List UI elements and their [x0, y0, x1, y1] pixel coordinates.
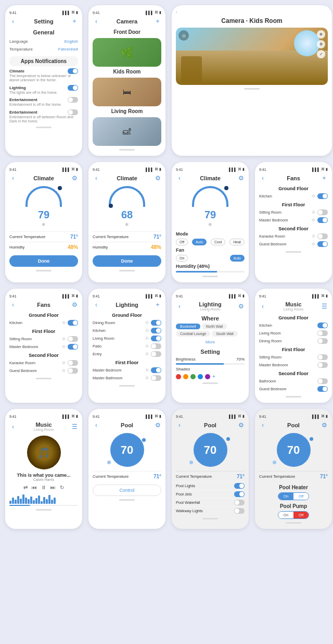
back-icon[interactable]: ‹: [93, 18, 100, 25]
master-toggle[interactable]: [68, 344, 78, 350]
settings-icon[interactable]: ⚙: [237, 422, 245, 429]
settings-icon[interactable]: ⚙: [145, 376, 149, 380]
sitting-toggle[interactable]: [317, 209, 328, 215]
settings-icon[interactable]: ⚙: [312, 242, 315, 246]
repeat-icon[interactable]: ↻: [60, 485, 64, 490]
shade-green[interactable]: [190, 374, 196, 379]
master-bed-toggle[interactable]: [151, 367, 161, 373]
master-bath-toggle[interactable]: [151, 375, 161, 381]
settings-icon[interactable]: ⚙: [62, 368, 66, 373]
settings-icon[interactable]: ⚙: [145, 352, 149, 356]
guest-toggle[interactable]: [317, 241, 328, 247]
back-icon[interactable]: ‹: [259, 422, 266, 429]
dining-toggle[interactable]: [317, 338, 328, 344]
brightness-slider[interactable]: [176, 363, 245, 365]
back-icon[interactable]: ‹: [259, 303, 266, 310]
add-icon[interactable]: +: [154, 18, 161, 25]
back-icon[interactable]: ‹: [93, 175, 100, 182]
menu-icon[interactable]: ☰: [321, 303, 328, 310]
sitting-toggle[interactable]: [68, 336, 78, 342]
settings-icon[interactable]: ⚙: [145, 320, 149, 325]
kitchen-toggle[interactable]: [317, 193, 328, 199]
south-wall-btn[interactable]: South Wall: [212, 331, 238, 337]
settings-icon[interactable]: ⚙: [145, 368, 149, 373]
settings-icon[interactable]: ⚙: [321, 422, 328, 429]
back-icon[interactable]: ‹: [9, 301, 17, 308]
camera-livingroom-thumb[interactable]: 🛋: [93, 117, 161, 146]
pool-temp-circle[interactable]: 70: [110, 433, 144, 467]
temperature-gauge[interactable]: [192, 186, 228, 207]
dining-toggle[interactable]: [151, 320, 161, 326]
pool-waterfall-toggle[interactable]: [234, 500, 245, 505]
back-icon[interactable]: ‹: [259, 175, 266, 182]
mode-cool[interactable]: Cool: [211, 239, 225, 245]
kitchen-toggle[interactable]: [151, 328, 161, 333]
back-icon[interactable]: ‹: [176, 175, 183, 182]
bookshelf-btn[interactable]: Bookshelf: [176, 324, 200, 329]
settings-icon[interactable]: ⚙: [145, 344, 149, 349]
master-toggle[interactable]: [317, 217, 328, 223]
lighting-toggle[interactable]: [68, 85, 78, 91]
humidity-slider[interactable]: [176, 271, 245, 273]
mode-off[interactable]: Off: [176, 239, 188, 245]
zoom-icon[interactable]: ⊕: [317, 30, 325, 39]
living-toggle[interactable]: [151, 336, 161, 341]
settings-icon[interactable]: ⚙: [312, 194, 315, 199]
add-icon[interactable]: +: [154, 301, 161, 308]
done-button[interactable]: Done: [93, 255, 161, 267]
back-arrow[interactable]: ‹: [176, 10, 177, 14]
more-button[interactable]: More: [176, 339, 245, 345]
shade-red[interactable]: [176, 374, 181, 379]
pause-icon[interactable]: ⏸: [41, 485, 46, 490]
temperature-gauge[interactable]: [109, 186, 145, 207]
settings-icon[interactable]: ⚙: [145, 328, 149, 333]
settings-icon[interactable]: ⚙: [62, 320, 66, 325]
settings-icon[interactable]: ⚙: [62, 337, 66, 341]
ent2-toggle[interactable]: [68, 109, 78, 115]
camera-frontdoor-thumb[interactable]: 🌿: [93, 38, 161, 67]
done-button[interactable]: Done: [9, 255, 78, 267]
back-icon[interactable]: ‹: [9, 175, 17, 182]
patio-toggle[interactable]: [151, 343, 161, 349]
fan-on[interactable]: On: [176, 255, 188, 262]
settings-icon[interactable]: ⚙: [237, 175, 245, 182]
living-toggle[interactable]: [317, 330, 328, 336]
back-icon[interactable]: ‹: [176, 303, 183, 310]
add-shade-btn[interactable]: +: [212, 374, 215, 379]
bathroom-toggle[interactable]: [317, 378, 328, 384]
mode-auto[interactable]: Auto: [192, 239, 207, 245]
karaoke-toggle[interactable]: [68, 360, 78, 366]
control-button[interactable]: Control: [93, 485, 161, 496]
add-icon[interactable]: +: [321, 175, 328, 182]
settings-icon[interactable]: ⚙: [317, 40, 325, 48]
kitchen-toggle[interactable]: [317, 323, 328, 328]
mode-heat[interactable]: Heat: [229, 239, 245, 245]
fan-auto[interactable]: Auto: [230, 255, 245, 262]
camera-kidsroom-thumb[interactable]: 🛏: [93, 78, 161, 106]
settings-icon[interactable]: ⚙: [62, 361, 66, 365]
settings-icon[interactable]: ⚙: [154, 422, 161, 429]
add-icon[interactable]: +: [71, 18, 78, 25]
climate-toggle[interactable]: [68, 68, 78, 74]
pool-jets-toggle[interactable]: [234, 491, 245, 497]
pool-lights-toggle[interactable]: [234, 483, 245, 489]
settings-icon[interactable]: ⚙: [62, 344, 66, 349]
settings-icon[interactable]: ⚙: [312, 218, 315, 222]
shade-purple[interactable]: [205, 374, 210, 379]
settings-icon[interactable]: ⚙: [71, 301, 78, 308]
back-icon[interactable]: ‹: [9, 423, 17, 430]
pool-temp-circle[interactable]: 70: [194, 433, 227, 467]
kitchen-toggle[interactable]: [68, 320, 78, 326]
settings-icon[interactable]: ⚙: [237, 303, 245, 310]
ent1-toggle[interactable]: [68, 97, 78, 103]
guest-toggle[interactable]: [317, 386, 328, 392]
expand-icon[interactable]: ⤢: [317, 50, 325, 58]
shade-orange[interactable]: [183, 374, 188, 379]
pool-temp-circle[interactable]: 70: [277, 433, 311, 467]
settings-icon[interactable]: ⚙: [154, 175, 161, 182]
north-wall-btn[interactable]: North Wall: [202, 324, 227, 329]
next-icon[interactable]: ⏭: [50, 485, 56, 490]
back-icon[interactable]: ‹: [9, 18, 17, 25]
temperature-gauge[interactable]: [25, 186, 62, 207]
back-icon[interactable]: ‹: [176, 422, 183, 429]
